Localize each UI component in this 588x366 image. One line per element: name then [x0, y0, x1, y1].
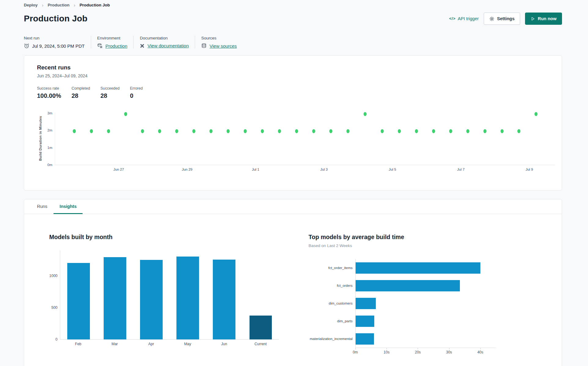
bar-x-tick-label: Mar: [96, 342, 133, 346]
scatter-point[interactable]: [141, 129, 144, 133]
bar-column: [60, 250, 97, 339]
scatter-point[interactable]: [466, 129, 469, 133]
scatter-y-tick-label: 2m: [47, 128, 52, 132]
scatter-point[interactable]: [107, 129, 110, 133]
scatter-point[interactable]: [227, 129, 230, 133]
bar-y-axis-ticks: 05001000: [49, 250, 60, 339]
bar-x-tick-label: May: [169, 342, 206, 346]
scatter-point[interactable]: [381, 129, 384, 133]
top-models-chart: Top models by average build time Based o…: [309, 234, 504, 355]
bar-y-tick-label: 0: [55, 337, 57, 342]
hbar-x-tick-mark: [449, 348, 449, 349]
next-run-value: Jul 9, 2024, 5:00 PM PDT: [32, 43, 85, 49]
hbar-fct_orders[interactable]: [356, 280, 460, 291]
database-grid-icon: [97, 43, 103, 49]
bar-jun[interactable]: [213, 260, 235, 339]
bar-may[interactable]: [176, 257, 199, 339]
environment-link[interactable]: Production: [105, 43, 128, 49]
view-documentation-link[interactable]: View documentation: [147, 43, 189, 48]
scatter-point[interactable]: [209, 129, 213, 133]
hbar-x-tick-mark: [355, 348, 356, 349]
settings-label: Settings: [497, 16, 515, 21]
scatter-point[interactable]: [501, 129, 504, 133]
settings-button[interactable]: Settings: [484, 13, 520, 25]
scatter-x-tick-label: Jul 1: [252, 168, 259, 171]
scatter-point[interactable]: [124, 112, 127, 116]
hbar-dim_parts[interactable]: [356, 316, 374, 327]
chevron-right-icon: ›: [42, 2, 43, 8]
bar-mar[interactable]: [104, 257, 126, 339]
page: Deploy › Production › Production Job Pro…: [0, 0, 588, 366]
scatter-y-tick-label: 1m: [47, 146, 52, 150]
stat-errored: Errored 0: [130, 86, 143, 99]
bar-x-tick-label: Feb: [60, 342, 96, 346]
hbar-row-materialization_incremental: materialization_incremental: [309, 330, 504, 348]
header-actions: </> API trigger Settings Run: [449, 13, 562, 25]
models-built-by-month-chart: Models built by month 05001000 FebMarApr…: [49, 234, 279, 355]
scatter-point[interactable]: [329, 129, 332, 133]
tabs-card: Runs Insights Models built by month 0500…: [24, 199, 562, 366]
recent-runs-card: Recent runs Jun 25, 2024–Jul 09, 2024 Su…: [24, 55, 562, 190]
scatter-y-tick-label: 3m: [47, 111, 52, 115]
chart-subtitle: Based on Last 2 Weeks: [309, 243, 504, 248]
scatter-point[interactable]: [312, 129, 315, 133]
hbar-x-tick-label: 0m: [353, 350, 358, 354]
hbar-track: [355, 277, 496, 294]
recent-runs-title: Recent runs: [37, 64, 555, 71]
bar-feb[interactable]: [67, 263, 90, 339]
stat-success-rate: Success rate 100.00%: [37, 86, 61, 99]
gear-icon: [489, 16, 494, 21]
scatter-point[interactable]: [449, 129, 452, 133]
scatter-point[interactable]: [415, 129, 418, 133]
scatter-point[interactable]: [295, 129, 298, 133]
scatter-point[interactable]: [346, 129, 349, 133]
scatter-point[interactable]: [158, 129, 161, 133]
scatter-y-tick-label: 0m: [47, 163, 52, 167]
hbar-fct_order_items[interactable]: [356, 262, 480, 274]
build-duration-plot: Jun 27Jun 29Jul 1Jul 3Jul 5Jul 7Jul 9: [55, 112, 555, 165]
scatter-point[interactable]: [483, 129, 486, 133]
build-duration-chart: Build Duration in Minutes 0m1m2m3m Jun 2…: [37, 112, 555, 177]
job-info-bar: Next run Jul 9, 2024, 5:00 PM PDT Enviro…: [24, 36, 562, 49]
run-now-button[interactable]: Run now: [525, 13, 562, 25]
breadcrumb-deploy[interactable]: Deploy: [24, 3, 38, 7]
bar-column: [170, 250, 206, 339]
scatter-point[interactable]: [278, 129, 281, 133]
scatter-x-tick-label: Jul 3: [320, 168, 327, 171]
info-next-run: Next run Jul 9, 2024, 5:00 PM PDT: [24, 36, 91, 49]
view-sources-link[interactable]: View sources: [209, 43, 237, 49]
clock-icon: [24, 43, 29, 49]
tab-runs[interactable]: Runs: [31, 199, 54, 214]
scatter-point[interactable]: [398, 129, 401, 133]
hbar-x-tick-label: 10s: [384, 350, 390, 354]
scatter-point[interactable]: [517, 129, 520, 133]
scatter-point[interactable]: [175, 129, 178, 133]
hbar-x-axis: 0m10s20s30s40s: [355, 348, 496, 355]
hbar-row-fct_orders: fct_orders: [309, 277, 504, 294]
scatter-point[interactable]: [73, 129, 76, 133]
api-trigger-link[interactable]: </> API trigger: [449, 16, 479, 21]
bar-apr[interactable]: [140, 260, 163, 339]
hbar-materialization_incremental[interactable]: [356, 333, 374, 345]
breadcrumb-production[interactable]: Production: [48, 3, 69, 7]
scatter-point[interactable]: [364, 112, 367, 116]
bar-column: [242, 250, 279, 339]
tab-insights[interactable]: Insights: [54, 199, 83, 214]
hbar-category-label: dim_customers: [309, 301, 355, 305]
hbar-dim_customers[interactable]: [356, 298, 376, 309]
hbar-track: [355, 294, 496, 312]
bar-current[interactable]: [250, 316, 272, 339]
scatter-point[interactable]: [192, 129, 195, 133]
hbar-x-tick-mark: [480, 348, 481, 349]
scatter-point[interactable]: [534, 112, 538, 116]
bar-x-tick-label: Jun: [206, 342, 242, 346]
scatter-y-axis-ticks: 0m1m2m3m: [44, 112, 55, 165]
title-row: Production Job </> API trigger Settings: [24, 13, 562, 25]
scatter-point[interactable]: [244, 129, 247, 133]
breadcrumb: Deploy › Production › Production Job: [24, 2, 562, 8]
page-title: Production Job: [24, 14, 87, 24]
recent-runs-stats: Success rate 100.00% Completed 28 Succee…: [37, 86, 555, 99]
scatter-point[interactable]: [432, 129, 435, 133]
scatter-point[interactable]: [90, 129, 93, 133]
scatter-point[interactable]: [261, 129, 264, 133]
